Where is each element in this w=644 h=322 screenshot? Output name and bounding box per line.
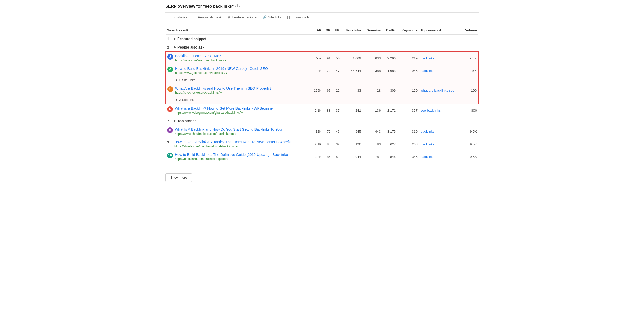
- dropdown-arrow-icon[interactable]: ▾: [236, 145, 238, 148]
- keywords-cell[interactable]: 319: [397, 125, 419, 138]
- sitelinks-count-text: 3 Site links: [179, 98, 195, 102]
- top-keyword-link[interactable]: seo backlinks: [421, 109, 441, 112]
- col-top-keyword: Top keyword: [419, 26, 461, 34]
- filter-top-stories[interactable]: Top stories: [165, 15, 187, 19]
- site-links-icon: 🔗: [262, 15, 267, 19]
- top-keyword-cell: backlinks: [419, 125, 461, 138]
- page-title: SERP overview for "seo backlinks" ?: [165, 4, 479, 9]
- domains-cell[interactable]: 83: [363, 138, 382, 150]
- backlinks-cell[interactable]: 126: [341, 138, 363, 150]
- result-cell: 4 How to Build Backlinks in 2019 (NEW Gu…: [166, 64, 311, 77]
- table-row: 2 People also ask: [166, 43, 478, 52]
- dr-cell: 91: [323, 52, 332, 64]
- ar-cell: 2.1K: [311, 104, 323, 117]
- dropdown-arrow-icon[interactable]: ▾: [225, 59, 226, 62]
- svg-rect-0: [166, 16, 169, 16]
- dropdown-arrow-icon[interactable]: ▾: [235, 132, 236, 135]
- show-more-button[interactable]: Show more: [165, 173, 192, 182]
- svg-rect-9: [289, 17, 290, 19]
- url-text: https://www.gotchseo.com/backlinks/: [175, 71, 225, 75]
- result-title[interactable]: How to Build Backlinks in 2019 (NEW Guid…: [175, 67, 268, 71]
- svg-rect-6: [287, 16, 288, 17]
- keywords-cell[interactable]: 346: [397, 150, 419, 163]
- section-cell: 1 Featured snippet: [166, 34, 478, 43]
- traffic-cell: 2,296: [382, 52, 397, 64]
- filter-featured-snippet[interactable]: ◉ Featured snippet: [227, 15, 258, 19]
- result-cell: 5 What Are Backlinks and How to Use Them…: [166, 84, 311, 97]
- dropdown-arrow-icon[interactable]: ▾: [220, 91, 222, 94]
- expand-icon[interactable]: [174, 46, 176, 49]
- filter-thumbnails[interactable]: Thumbnails: [287, 15, 309, 19]
- row-number: 7: [167, 119, 172, 123]
- backlinks-cell[interactable]: 1,069: [341, 52, 363, 64]
- top-keyword-link[interactable]: backlinks: [421, 130, 434, 134]
- keywords-cell[interactable]: 357: [397, 104, 419, 117]
- top-keyword-link[interactable]: backlinks: [421, 69, 434, 73]
- result-title[interactable]: Backlinks | Learn SEO - Moz: [175, 54, 226, 58]
- sitelinks-expand-icon[interactable]: [176, 79, 178, 81]
- url-text: https://sitechecker.pro/backlinks/: [175, 91, 220, 94]
- volume-cell: 9.5K: [461, 150, 478, 163]
- dropdown-arrow-icon[interactable]: ▾: [226, 158, 228, 160]
- title-text: SERP overview for "seo backlinks": [165, 4, 234, 9]
- result-url[interactable]: https://www.shoutmeloud.com/backlink.htm…: [175, 132, 287, 136]
- volume-cell: 800: [461, 104, 478, 117]
- result-title[interactable]: What Are Backlinks and How to Use Them i…: [175, 86, 272, 90]
- backlinks-cell[interactable]: 33: [341, 84, 363, 97]
- domains-cell[interactable]: 633: [363, 52, 382, 64]
- show-more-container: Show more: [165, 168, 479, 182]
- expand-icon[interactable]: [174, 37, 176, 40]
- filter-site-links[interactable]: 🔗 Site links: [262, 15, 281, 19]
- result-url[interactable]: https://www.gotchseo.com/backlinks/ ▾: [175, 71, 268, 75]
- result-title[interactable]: What is a Backlink? How to Get More Back…: [175, 106, 274, 110]
- sitelinks-expand-icon[interactable]: [176, 99, 178, 101]
- table-body: 1 Featured snippet 2 People also ask 3 B…: [166, 34, 478, 163]
- url-text: https://www.wpbeginner.com/glossary/back…: [175, 111, 241, 115]
- top-keyword-link[interactable]: backlinks: [421, 155, 434, 159]
- backlinks-cell[interactable]: 945: [341, 125, 363, 138]
- url-text: https://ahrefs.com/blog/how-to-get-backl…: [174, 145, 235, 148]
- filter-people-also-ask[interactable]: People also ask: [192, 15, 222, 19]
- result-title[interactable]: How to Get Backlinks: 7 Tactics That Don…: [174, 140, 291, 144]
- table-row: 1 Featured snippet: [166, 34, 478, 43]
- dr-cell: 79: [323, 125, 332, 138]
- dropdown-arrow-icon[interactable]: ▾: [226, 72, 227, 74]
- keywords-cell[interactable]: 946: [397, 64, 419, 77]
- result-url[interactable]: https://backlinko.com/backlinks-guide ▾: [175, 157, 288, 161]
- result-url[interactable]: https://ahrefs.com/blog/how-to-get-backl…: [174, 145, 291, 148]
- sitelinks-cell: 3 Site links: [166, 97, 478, 104]
- top-keyword-link[interactable]: backlinks: [421, 142, 434, 146]
- traffic-cell: 1,688: [382, 64, 397, 77]
- domains-cell[interactable]: 136: [363, 104, 382, 117]
- keywords-cell[interactable]: 219: [397, 52, 419, 64]
- result-url[interactable]: https://sitechecker.pro/backlinks/ ▾: [175, 91, 272, 94]
- result-url[interactable]: https://www.wpbeginner.com/glossary/back…: [175, 111, 274, 115]
- domains-cell[interactable]: 388: [363, 64, 382, 77]
- col-domains: Domains: [363, 26, 382, 34]
- backlinks-cell[interactable]: 241: [341, 104, 363, 117]
- dropdown-arrow-icon[interactable]: ▾: [241, 111, 243, 114]
- result-title[interactable]: How to Build Backlinks: The Definitive G…: [175, 153, 288, 157]
- dr-cell: 88: [323, 104, 332, 117]
- ur-cell: 47: [332, 64, 341, 77]
- dr-cell: 70: [323, 64, 332, 77]
- featured-snippet-label: Featured snippet: [232, 15, 258, 19]
- result-url[interactable]: https://moz.com/learn/seo/backlinks ▾: [175, 59, 226, 62]
- top-keyword-link[interactable]: backlinks: [421, 56, 434, 60]
- result-title[interactable]: What Is A Backlink and How Do You Start …: [175, 127, 287, 131]
- expand-icon[interactable]: [174, 120, 176, 122]
- backlinks-cell[interactable]: 2,944: [341, 150, 363, 163]
- ur-cell: 32: [332, 138, 341, 150]
- top-stories-label: Top stories: [171, 15, 187, 19]
- keywords-cell[interactable]: 208: [397, 138, 419, 150]
- thumbnails-icon: [287, 15, 291, 19]
- top-keyword-link[interactable]: what are backlinks seo: [421, 89, 454, 92]
- help-icon[interactable]: ?: [235, 4, 240, 8]
- keywords-cell[interactable]: 120: [397, 84, 419, 97]
- section-cell: 7 Top stories: [166, 117, 478, 125]
- ur-cell: 50: [332, 52, 341, 64]
- backlinks-cell[interactable]: 44,644: [341, 64, 363, 77]
- domains-cell[interactable]: 443: [363, 125, 382, 138]
- domains-cell[interactable]: 781: [363, 150, 382, 163]
- domains-cell[interactable]: 28: [363, 84, 382, 97]
